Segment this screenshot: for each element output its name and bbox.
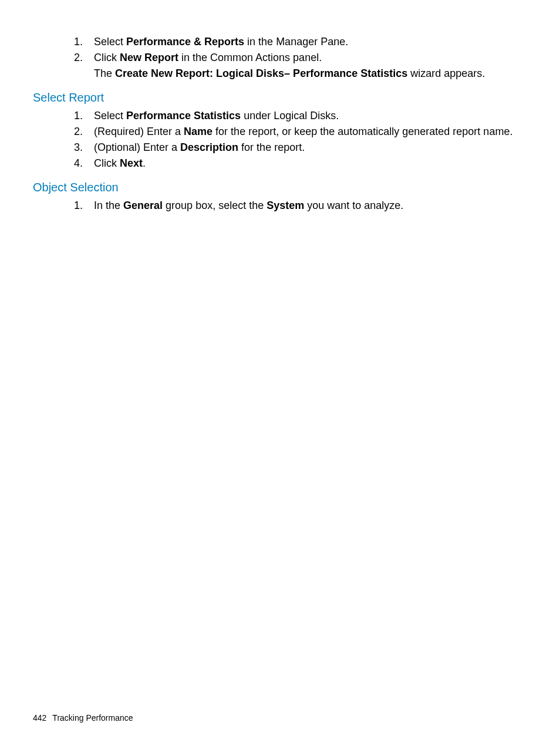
bold-text: New Report [120,52,178,63]
list-body: Click New Report in the Common Actions p… [94,50,527,66]
bold-text: Performance Statistics [126,110,241,121]
text: Select [94,110,126,121]
text: (Optional) Enter a [94,141,180,153]
list-item: 1. Select Performance Statistics under L… [72,108,527,124]
list-body: Click Next. [94,156,527,171]
page-number: 442 [33,713,46,723]
text: wizard appears. [407,67,485,79]
list-number: 1. [72,108,94,124]
bold-text: General [123,200,163,211]
follow-text: The Create New Report: Logical Disks– Pe… [94,66,527,82]
text: The [94,67,115,79]
page-footer: 442 Tracking Performance [33,713,133,723]
list-number: 4. [72,156,94,171]
list-item: 3. (Optional) Enter a Description for th… [72,140,527,156]
select-report-list: 1. Select Performance Statistics under L… [72,108,527,171]
list-number: 2. [72,50,94,66]
list-number: 1. [72,34,94,50]
list-item: 1. Select Performance & Reports in the M… [72,34,527,50]
bold-text: System [266,200,304,211]
text: In the [94,200,123,211]
text: group box, select the [163,200,266,211]
list-item: 1. In the General group box, select the … [72,198,527,214]
bold-text: Performance & Reports [126,36,244,48]
text: Click [94,157,120,169]
list-body: Select Performance Statistics under Logi… [94,108,527,124]
footer-title: Tracking Performance [52,713,133,723]
text: under Logical Disks. [241,110,339,121]
text: in the Manager Pane. [244,36,348,48]
text: (Required) Enter a [94,126,184,137]
object-selection-list: 1. In the General group box, select the … [72,198,527,214]
text: for the report. [238,141,305,153]
bold-text: Description [180,141,238,153]
text: for the report, or keep the automaticall… [212,126,512,137]
top-steps-list: 1. Select Performance & Reports in the M… [72,34,527,66]
list-item: 2. Click New Report in the Common Action… [72,50,527,66]
list-number: 1. [72,198,94,214]
text: . [143,157,146,169]
list-number: 2. [72,124,94,140]
bold-text: Name [184,126,212,137]
document-page: 1. Select Performance & Reports in the M… [0,0,560,746]
list-number: 3. [72,140,94,156]
list-body: Select Performance & Reports in the Mana… [94,34,527,50]
list-item: 4. Click Next. [72,156,527,171]
bold-text: Next [120,157,143,169]
text: in the Common Actions panel. [178,52,322,63]
heading-object-selection: Object Selection [33,181,527,194]
text: Select [94,36,126,48]
list-body: (Required) Enter a Name for the report, … [94,124,527,140]
heading-select-report: Select Report [33,91,527,104]
text: you want to analyze. [304,200,403,211]
list-body: (Optional) Enter a Description for the r… [94,140,527,156]
list-body: In the General group box, select the Sys… [94,198,527,214]
text: Click [94,52,120,63]
list-item: 2. (Required) Enter a Name for the repor… [72,124,527,140]
bold-text: Create New Report: Logical Disks– Perfor… [115,67,407,79]
